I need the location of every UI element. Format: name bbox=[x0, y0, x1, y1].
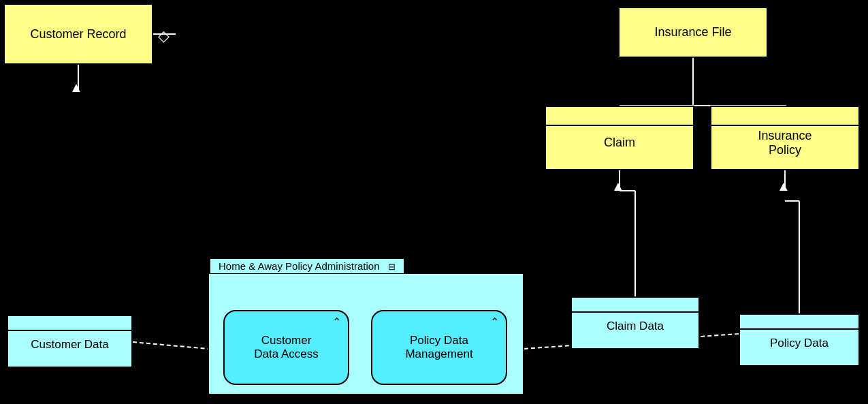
customer-data-label: Customer Data bbox=[31, 338, 108, 352]
claim-label: Claim bbox=[604, 136, 635, 150]
customer-data-access-label: Customer Data Access bbox=[254, 334, 319, 361]
inheritance-arrow-customer: ▲ bbox=[69, 80, 83, 95]
component-icon: ⊟ bbox=[388, 262, 396, 272]
aggregation-diamond: ◇ bbox=[158, 29, 170, 44]
insurance-policy-box: Insurance Policy bbox=[710, 106, 860, 170]
policy-data-management-box: ⌃ Policy Data Management bbox=[371, 310, 507, 385]
claim-data-label: Claim Data bbox=[607, 320, 664, 333]
package-label: Home & Away Policy Administration bbox=[219, 260, 380, 272]
policy-data-management-label: Policy Data Management bbox=[405, 334, 472, 361]
chevron-icon-cda: ⌃ bbox=[332, 315, 341, 328]
policy-data-label: Policy Data bbox=[770, 337, 829, 350]
insurance-file-box: Insurance File bbox=[618, 7, 768, 58]
policy-data-box: Policy Data bbox=[739, 313, 860, 367]
claim-box: Claim bbox=[545, 106, 694, 170]
claim-data-box: Claim Data bbox=[570, 296, 700, 349]
insurance-policy-label: Insurance Policy bbox=[758, 129, 811, 157]
customer-record-box: Customer Record bbox=[3, 3, 153, 65]
customer-record-label: Customer Record bbox=[30, 27, 126, 42]
inheritance-arrow-insurance-policy: ▲ bbox=[777, 178, 790, 194]
inheritance-arrow-claim: ▲ bbox=[611, 178, 625, 194]
customer-data-access-box: ⌃ Customer Data Access bbox=[223, 310, 349, 385]
package-tab: Home & Away Policy Administration ⊟ bbox=[209, 258, 405, 273]
insurance-file-label: Insurance File bbox=[654, 25, 731, 40]
chevron-icon-pdm: ⌃ bbox=[490, 315, 499, 328]
customer-data-box: Customer Data bbox=[7, 315, 133, 368]
